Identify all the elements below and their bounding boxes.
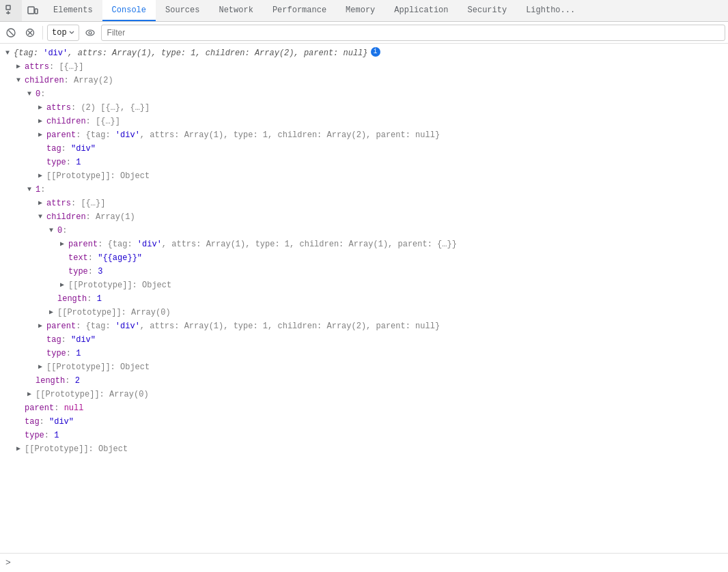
tab-network[interactable]: Network: [209, 0, 262, 21]
tab-application[interactable]: Application: [384, 0, 458, 21]
toggle-1-children-0[interactable]: [49, 225, 56, 237]
list-item[interactable]: attrs: (2) [{…}, {…}]: [0, 101, 728, 115]
toggle-0-attrs[interactable]: [38, 102, 45, 114]
console-toolbar: top: [0, 22, 728, 44]
toggle-1c0-prototype[interactable]: [60, 279, 67, 291]
svg-rect-1: [28, 7, 34, 14]
console-output: {tag: 'div', attrs: Array(1), type: 1, c…: [0, 44, 728, 553]
toggle-0-children[interactable]: [38, 115, 45, 128]
list-item[interactable]: 1:: [0, 183, 728, 197]
info-icon: i: [371, 47, 380, 57]
list-item[interactable]: children: [{…}]: [0, 115, 728, 128]
list-item: tag: "div": [0, 333, 728, 347]
tab-memory[interactable]: Memory: [336, 0, 384, 21]
svg-line-4: [9, 30, 14, 35]
toggle-1-prototype[interactable]: [38, 361, 45, 373]
list-item: parent: null: [0, 401, 728, 415]
list-item[interactable]: children: Array(2): [0, 74, 728, 87]
list-item[interactable]: parent: {tag: 'div', attrs: Array(1), ty…: [0, 238, 728, 251]
list-item[interactable]: [[Prototype]]: Object: [0, 442, 728, 456]
list-item[interactable]: [[Prototype]]: Array(0): [0, 388, 728, 401]
toggle-children[interactable]: [16, 74, 23, 87]
tab-performance[interactable]: Performance: [263, 0, 336, 21]
eye-button[interactable]: [82, 25, 98, 41]
toggle-1-attrs[interactable]: [38, 197, 45, 210]
list-item: tag: "div": [0, 415, 728, 429]
tab-sources[interactable]: Sources: [156, 0, 209, 21]
list-item[interactable]: {tag: 'div', attrs: Array(1), type: 1, c…: [0, 46, 728, 60]
toggle-0[interactable]: [27, 88, 34, 100]
list-item: text: "{{age}}": [0, 251, 728, 265]
svg-rect-0: [6, 5, 10, 10]
list-item[interactable]: [[Prototype]]: Array(0): [0, 306, 728, 319]
toggle-root[interactable]: [5, 47, 12, 59]
stop-recording-button[interactable]: [22, 25, 38, 41]
list-item[interactable]: 0:: [0, 87, 728, 101]
list-item[interactable]: parent: {tag: 'div', attrs: Array(1), ty…: [0, 319, 728, 333]
tab-elements[interactable]: Elements: [44, 0, 102, 21]
list-item[interactable]: attrs: [{…}]: [0, 60, 728, 74]
toggle-1-children[interactable]: [38, 211, 45, 223]
svg-rect-2: [35, 9, 38, 14]
svg-point-8: [86, 30, 94, 35]
toggle-attrs[interactable]: [16, 61, 23, 73]
list-item[interactable]: 0:: [0, 224, 728, 238]
toggle-children-proto[interactable]: [27, 388, 34, 401]
bottom-bar: >: [0, 553, 728, 572]
tab-console[interactable]: Console: [102, 0, 156, 21]
toggle-root-prototype[interactable]: [16, 443, 23, 455]
clear-console-button[interactable]: [3, 25, 19, 41]
list-item: type: 1: [0, 429, 728, 442]
context-selector[interactable]: top: [47, 25, 79, 41]
tab-bar: Elements Console Sources Network Perform…: [0, 0, 728, 22]
toggle-0-parent[interactable]: [38, 129, 45, 141]
console-prompt[interactable]: >: [5, 558, 11, 568]
toggle-1-parent[interactable]: [38, 320, 45, 332]
list-item: type: 1: [0, 156, 728, 169]
list-item[interactable]: parent: {tag: 'div', attrs: Array(1), ty…: [0, 128, 728, 142]
toggle-0-prototype[interactable]: [38, 170, 45, 182]
toggle-1-children-0-parent[interactable]: [60, 238, 67, 251]
toolbar-divider-1: [42, 26, 43, 40]
list-item[interactable]: [[Prototype]]: Object: [0, 169, 728, 183]
list-item: length: 2: [0, 374, 728, 388]
list-item: type: 1: [0, 347, 728, 360]
list-item[interactable]: children: Array(1): [0, 210, 728, 224]
filter-input[interactable]: [101, 25, 725, 41]
device-toolbar-button[interactable]: [22, 0, 44, 21]
tab-lighthouse[interactable]: Lighthо...: [516, 0, 585, 21]
toggle-1-children-proto[interactable]: [49, 306, 56, 319]
tab-security[interactable]: Security: [458, 0, 517, 21]
svg-point-9: [89, 31, 92, 34]
prompt-chevron: >: [5, 558, 11, 568]
list-item: tag: "div": [0, 142, 728, 156]
list-item[interactable]: [[Prototype]]: Object: [0, 278, 728, 292]
toggle-1[interactable]: [27, 184, 34, 196]
inspect-element-button[interactable]: [0, 0, 22, 21]
list-item[interactable]: attrs: [{…}]: [0, 197, 728, 210]
list-item[interactable]: [[Prototype]]: Object: [0, 360, 728, 374]
list-item: length: 1: [0, 292, 728, 306]
list-item: type: 3: [0, 265, 728, 278]
